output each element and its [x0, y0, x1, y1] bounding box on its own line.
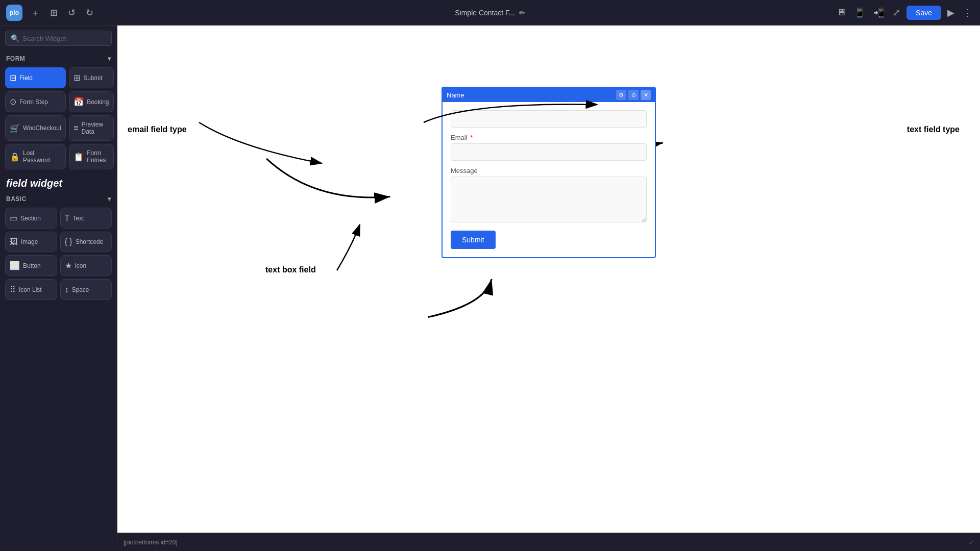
form-container: Name ⚙ ⊙ ✕ [442, 87, 656, 258]
widget-preview-data[interactable]: ≡ Preview Data [69, 115, 113, 141]
text-field-type-annotation: text field type [907, 125, 960, 134]
widget-section-label: Section [20, 215, 41, 222]
topbar-left: pio ＋ ⊞ ↺ ↻ [6, 5, 95, 21]
canvas-inner: email field type text field type text bo… [117, 26, 980, 533]
email-field-type-annotation: email field type [128, 125, 187, 134]
section-icon: ▭ [10, 213, 17, 223]
arrow-email [138, 107, 352, 189]
name-field [451, 110, 647, 128]
main-layout: 🔍 FORM ▾ ⊟ Field ⊞ Submit ⊙ Form Step 📅 [0, 26, 980, 551]
widget-form-step[interactable]: ⊙ Form Step [5, 91, 66, 112]
shortcode-status[interactable]: [piotnetforms id=20] [124, 539, 178, 546]
booking-icon: 📅 [74, 97, 84, 107]
widget-form-entries-label: Form Entries [87, 149, 109, 164]
widget-form-step-label: Form Step [19, 98, 48, 106]
close-icon[interactable]: ✕ [641, 90, 651, 100]
email-input[interactable] [451, 143, 647, 161]
widget-text[interactable]: T Text [60, 208, 112, 229]
fullscreen-icon[interactable]: ⤢ [891, 5, 902, 20]
widget-field[interactable]: ⊟ Field [5, 67, 66, 88]
message-label: Message [451, 167, 647, 174]
widget-image[interactable]: 🖼 Image [5, 232, 57, 252]
widget-submit-label: Submit [83, 74, 102, 82]
submit-button[interactable]: Submit [451, 231, 496, 249]
widget-icon-list[interactable]: ⠿ Icon List [5, 279, 57, 300]
layers-icon[interactable]: ⊞ [48, 5, 60, 20]
name-input[interactable] [451, 110, 647, 128]
text-icon: T [65, 214, 70, 223]
sidebar: 🔍 FORM ▾ ⊟ Field ⊞ Submit ⊙ Form Step 📅 [0, 26, 117, 551]
form-entries-icon: 📋 [74, 152, 84, 162]
form-body: Email * Message Submit [443, 102, 655, 257]
widget-form-entries[interactable]: 📋 Form Entries [69, 144, 113, 169]
form-widget-grid: ⊟ Field ⊞ Submit ⊙ Form Step 📅 Booking 🛒… [0, 65, 117, 173]
widget-booking[interactable]: 📅 Booking [69, 91, 113, 112]
widget-image-label: Image [21, 238, 38, 245]
search-input[interactable] [22, 35, 106, 42]
desktop-icon[interactable]: 🖥 [835, 5, 848, 20]
arrow-textbox [260, 194, 378, 286]
preview-data-icon: ≡ [74, 123, 78, 133]
form-title: Name [447, 91, 616, 99]
lost-password-icon: 🔒 [10, 152, 20, 162]
icon-list-icon: ⠿ [10, 285, 16, 294]
shortcode-icon: { } [65, 237, 72, 246]
mobile-icon[interactable]: 📲 [871, 5, 887, 20]
image-icon: 🖼 [10, 237, 18, 246]
icon-icon: ★ [65, 261, 72, 270]
expand-icon[interactable]: ⤢ [969, 539, 974, 546]
more-icon[interactable]: ⋮ [961, 5, 974, 20]
button-icon: ⬜ [10, 261, 20, 270]
widget-booking-label: Booking [87, 98, 109, 106]
field-widget-label: field widget [0, 173, 117, 191]
save-button[interactable]: Save [906, 6, 941, 20]
undo-icon[interactable]: ↺ [66, 5, 78, 20]
widget-space-label: Space [72, 286, 89, 293]
duplicate-icon[interactable]: ⊙ [628, 90, 639, 100]
redo-icon[interactable]: ↻ [84, 5, 95, 20]
add-icon[interactable]: ＋ [29, 5, 42, 21]
form-step-icon: ⊙ [10, 97, 16, 107]
widget-text-label: Text [72, 215, 84, 222]
settings-icon[interactable]: ⚙ [616, 90, 626, 100]
search-box[interactable]: 🔍 [5, 31, 112, 46]
form-toolbar: Name ⚙ ⊙ ✕ [443, 88, 655, 102]
form-toolbar-icons: ⚙ ⊙ ✕ [616, 90, 651, 100]
widget-button-label: Button [23, 262, 41, 269]
message-field: Message [451, 167, 647, 224]
canvas: email field type text field type text bo… [117, 26, 980, 533]
widget-button[interactable]: ⬜ Button [5, 255, 57, 276]
canvas-wrapper: email field type text field type text bo… [117, 26, 980, 551]
widget-icon[interactable]: ★ Icon [60, 255, 112, 276]
widget-woocheckout[interactable]: 🛒 WooCheckout [5, 115, 66, 141]
widget-lost-password[interactable]: 🔒 Lost Password [5, 144, 66, 169]
basic-widget-grid: ▭ Section T Text 🖼 Image { } Shortcode ⬜… [0, 206, 117, 304]
text-box-field-annotation: text box field [265, 265, 316, 274]
widget-icon-list-label: Icon List [19, 286, 42, 293]
widget-shortcode-label: Shortcode [76, 238, 104, 245]
message-textarea[interactable] [451, 177, 647, 222]
email-label: Email * [451, 134, 647, 141]
widget-woocheckout-label: WooCheckout [23, 124, 61, 132]
widget-field-label: Field [19, 74, 33, 82]
tablet-icon[interactable]: 📱 [852, 5, 867, 20]
space-icon: ↕ [65, 285, 69, 294]
basic-section-header[interactable]: BASIC ▾ [0, 191, 117, 206]
widget-space[interactable]: ↕ Space [60, 279, 112, 300]
logo[interactable]: pio [6, 5, 22, 21]
search-icon: 🔍 [11, 34, 19, 42]
form-section-header[interactable]: FORM ▾ [0, 51, 117, 65]
topbar: pio ＋ ⊞ ↺ ↻ Simple Contact F... ✏ 🖥 📱 📲 … [0, 0, 980, 26]
topbar-center: Simple Contact F... ✏ [455, 9, 525, 17]
widget-submit[interactable]: ⊞ Submit [69, 67, 113, 88]
widget-shortcode[interactable]: { } Shortcode [60, 232, 112, 252]
submit-icon: ⊞ [74, 73, 80, 83]
widget-section[interactable]: ▭ Section [5, 208, 57, 229]
widget-icon-label: Icon [75, 262, 87, 269]
play-icon[interactable]: ▶ [945, 5, 957, 20]
required-marker: * [470, 134, 473, 141]
email-field: Email * [451, 134, 647, 161]
statusbar: [piotnetforms id=20] ⤢ [117, 533, 980, 551]
field-icon: ⊟ [10, 73, 16, 83]
edit-icon[interactable]: ✏ [519, 9, 525, 17]
